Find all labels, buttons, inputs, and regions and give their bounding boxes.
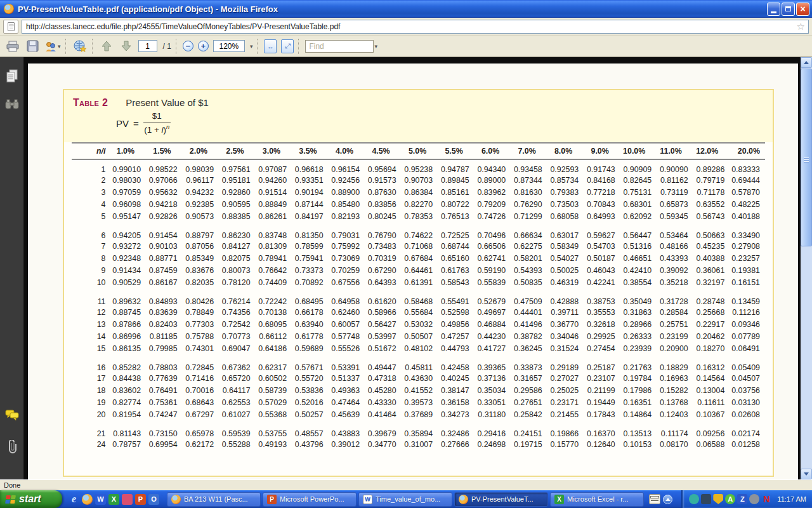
shield-icon[interactable] — [713, 494, 723, 504]
site-icon[interactable] — [3, 20, 18, 34]
firefox-icon — [171, 495, 181, 504]
pv-cell: 0.48225 — [728, 198, 765, 210]
pv-cell: 0.93272 — [108, 240, 145, 252]
task-button[interactable]: PV-PresentValueT... — [454, 492, 548, 507]
pv-cell: 0.16963 — [655, 372, 692, 384]
zoom-dropdown-caret[interactable]: ▾ — [250, 43, 253, 50]
find-dropdown-caret[interactable]: ▾ — [374, 43, 377, 50]
fit-page-button[interactable]: ⤢ — [281, 39, 294, 53]
column-header: 9.0% — [582, 143, 619, 159]
email-button[interactable]: ▾ — [44, 38, 61, 55]
show-hidden-icons-button[interactable] — [663, 495, 672, 504]
scroll-down-button[interactable] — [801, 469, 812, 479]
comments-panel-button[interactable] — [4, 408, 20, 423]
access-icon[interactable] — [122, 494, 133, 505]
zoom-level-select[interactable]: 120% — [213, 40, 245, 52]
quick-launch-bar: eWXPO — [62, 494, 164, 505]
vertical-scrollbar[interactable] — [801, 57, 812, 479]
powerpoint-icon[interactable]: P — [135, 494, 146, 505]
pv-cell: 0.90194 — [291, 186, 327, 198]
excel-icon[interactable]: X — [108, 494, 119, 505]
pv-cell: 0.23107 — [582, 372, 619, 384]
internet-explorer-icon[interactable]: e — [69, 494, 79, 505]
pv-cell: 0.69444 — [728, 174, 765, 186]
outlook-icon[interactable]: O — [148, 494, 159, 505]
pv-cell: 0.80073 — [218, 264, 254, 276]
pv-cell: 0.83676 — [181, 264, 218, 276]
column-header: 1.5% — [145, 143, 181, 159]
novell-icon[interactable]: N — [761, 494, 771, 504]
restore-button[interactable] — [782, 3, 795, 16]
attachments-panel-button[interactable] — [4, 439, 20, 455]
save-button[interactable] — [25, 38, 40, 55]
pv-cell: 0.58349 — [546, 240, 583, 252]
start-button[interactable]: start — [0, 490, 62, 508]
pv-cell: 0.31524 — [546, 342, 583, 354]
volume-icon[interactable] — [749, 494, 759, 504]
pv-cell: 0.31657 — [509, 372, 546, 384]
word-icon[interactable]: W — [95, 494, 106, 505]
pv-cell: 0.43883 — [327, 420, 364, 438]
pv-cell: 0.94787 — [436, 159, 473, 174]
table-row: 150.861350.799850.743010.690470.641860.5… — [72, 342, 765, 354]
pv-cell: 0.49856 — [436, 318, 473, 330]
pv-cell: 0.15770 — [546, 438, 583, 450]
task-button[interactable]: PMicrosoft PowerPo... — [263, 492, 357, 507]
pv-cell: 0.45639 — [327, 408, 364, 420]
pv-cell: 0.70319 — [363, 252, 400, 264]
pv-cell: 0.23257 — [728, 252, 765, 264]
task-button[interactable]: WTime_value_of_mo... — [358, 492, 452, 507]
pv-cell: 0.88797 — [181, 222, 218, 240]
page-number-input[interactable] — [138, 40, 157, 52]
find-input[interactable] — [305, 40, 374, 53]
powerpoint-icon: P — [267, 495, 277, 504]
pv-cell: 0.20900 — [655, 342, 692, 354]
up-arrow-icon — [102, 41, 112, 51]
language-bar-icon[interactable] — [649, 494, 660, 504]
task-button[interactable]: XMicrosoft Excel - r... — [550, 492, 644, 507]
system-icon[interactable] — [701, 494, 711, 504]
scrollbar-thumb[interactable] — [801, 69, 812, 246]
pv-cell: 0.16312 — [692, 354, 729, 372]
pv-cell: 0.39679 — [363, 420, 400, 438]
close-button[interactable]: × — [796, 3, 809, 16]
url-input[interactable] — [22, 20, 809, 34]
formula-exponent: n — [166, 123, 169, 130]
printer-icon — [6, 41, 20, 52]
pv-cell: 0.50663 — [692, 222, 729, 240]
antivirus-icon[interactable]: A — [725, 494, 735, 504]
firefox-window: PV-PresentValueTable.pdf (application/pd… — [0, 0, 812, 508]
email-dropdown-caret[interactable]: ▾ — [58, 43, 61, 50]
pv-cell: 0.92860 — [218, 186, 254, 198]
search-panel-button[interactable] — [4, 97, 20, 112]
pages-panel-button[interactable] — [4, 69, 20, 84]
pv-cell: 0.62275 — [509, 240, 546, 252]
zoom-in-button[interactable]: + — [198, 41, 209, 51]
pv-cell: 0.64461 — [400, 264, 437, 276]
zoom-out-button[interactable]: − — [183, 41, 193, 51]
messenger-icon[interactable] — [689, 494, 699, 504]
task-button[interactable]: BA 213 W11 (Pasc... — [167, 492, 261, 507]
print-button[interactable] — [5, 38, 20, 55]
scroll-up-button[interactable] — [801, 57, 812, 68]
pv-cell: 0.21199 — [582, 384, 619, 396]
pv-cell: 0.55720 — [291, 372, 327, 384]
pv-cell: 0.89845 — [436, 174, 473, 186]
previous-page-button[interactable] — [99, 38, 114, 55]
next-page-button[interactable] — [119, 38, 134, 55]
pv-cell: 0.27454 — [582, 342, 619, 354]
pv-cell: 0.41464 — [363, 408, 400, 420]
pv-cell: 0.81143 — [108, 420, 145, 438]
upload-button[interactable] — [72, 38, 88, 55]
fit-width-button[interactable]: ↔ — [264, 39, 277, 53]
table-row: 80.923480.887710.853490.820750.789410.75… — [72, 252, 765, 264]
pv-cell: 0.43796 — [291, 438, 327, 450]
pv-cell: 0.29586 — [509, 384, 546, 396]
firefox-icon[interactable] — [82, 494, 93, 505]
zone-icon[interactable]: Z — [737, 494, 747, 504]
pv-cell: 0.96117 — [181, 174, 218, 186]
bookmark-star-icon[interactable]: ☆ — [797, 21, 805, 32]
start-label: start — [19, 493, 41, 505]
pv-cell: 0.39012 — [327, 438, 364, 450]
minimize-button[interactable] — [767, 3, 780, 16]
